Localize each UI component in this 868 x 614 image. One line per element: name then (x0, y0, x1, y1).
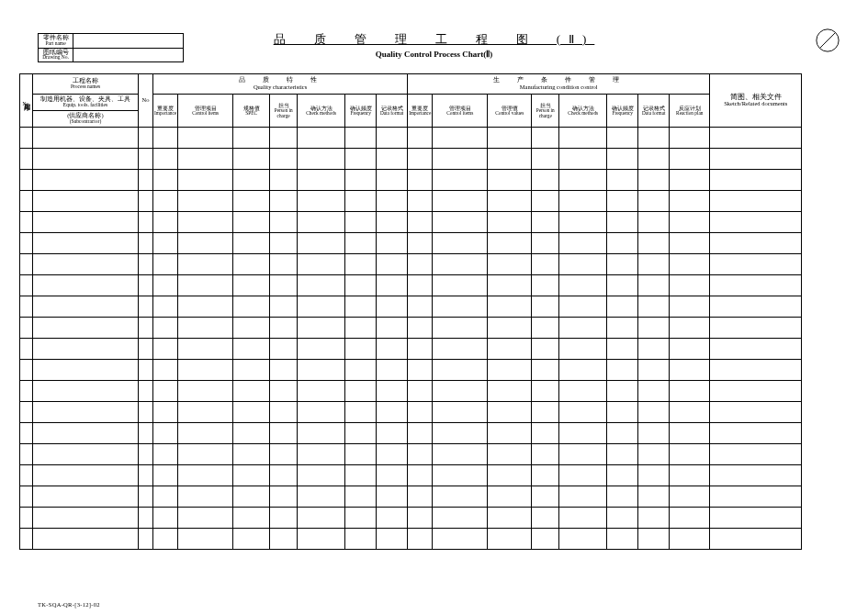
cell (20, 339, 33, 360)
cell (33, 360, 139, 381)
cell (233, 212, 270, 233)
cell (532, 275, 559, 296)
table-row (20, 254, 802, 275)
cell (532, 339, 559, 360)
cell (408, 254, 433, 275)
cell (710, 128, 802, 149)
cell (559, 254, 607, 275)
cell (559, 444, 607, 465)
cell (408, 318, 433, 339)
cell (559, 318, 607, 339)
table-row (20, 233, 802, 254)
cell (178, 423, 233, 444)
cell (488, 170, 532, 191)
cell (433, 423, 488, 444)
cell (153, 149, 178, 170)
cell (270, 444, 298, 465)
cell (298, 381, 345, 402)
cell (607, 296, 638, 318)
cell (178, 339, 233, 360)
cell (670, 212, 710, 233)
cell (33, 465, 139, 486)
cell (270, 191, 298, 212)
cell (670, 486, 710, 508)
cell (377, 149, 408, 170)
cell (638, 508, 670, 529)
cell (33, 318, 139, 339)
col-subcon: (供应商名称) (Subcontractor) (33, 111, 139, 128)
cell (345, 149, 377, 170)
cell (233, 296, 270, 318)
cell (345, 423, 377, 444)
cell (607, 402, 638, 423)
cell (488, 360, 532, 381)
cell (710, 296, 802, 318)
cell (488, 381, 532, 402)
cell (178, 529, 233, 550)
cell (153, 508, 178, 529)
cell (377, 402, 408, 423)
cell (233, 233, 270, 254)
cell (559, 170, 607, 191)
cell (559, 402, 607, 423)
cell (33, 508, 139, 529)
cell (559, 149, 607, 170)
col-qc-person: 担当Person in charge (270, 95, 298, 128)
cell (433, 191, 488, 212)
cell (298, 170, 345, 191)
cell (532, 149, 559, 170)
cell (33, 423, 139, 444)
col-qc-spec: 规格值SPEC (233, 95, 270, 128)
cell (377, 339, 408, 360)
cell (153, 212, 178, 233)
cell (345, 254, 377, 275)
cell (20, 296, 33, 318)
cell (408, 233, 433, 254)
table-row (20, 275, 802, 296)
cell (139, 191, 153, 212)
cell (433, 360, 488, 381)
cell (532, 128, 559, 149)
col-mc-control-items: 管理项目Control items (433, 95, 488, 128)
cell (178, 318, 233, 339)
cell (433, 444, 488, 465)
cell (532, 360, 559, 381)
cell (178, 444, 233, 465)
cell (20, 423, 33, 444)
cell (638, 318, 670, 339)
cell (408, 212, 433, 233)
table-row (20, 423, 802, 444)
cell (153, 402, 178, 423)
cell (433, 508, 488, 529)
cell (233, 423, 270, 444)
cell (607, 170, 638, 191)
cell (408, 170, 433, 191)
cell (298, 465, 345, 486)
cell (710, 149, 802, 170)
cell (345, 360, 377, 381)
cell (488, 149, 532, 170)
cell (33, 149, 139, 170)
cell (670, 149, 710, 170)
cell (607, 318, 638, 339)
col-process: 工程名称 Process names (33, 74, 139, 95)
cell (377, 381, 408, 402)
cell (270, 465, 298, 486)
cell (408, 465, 433, 486)
cell (638, 170, 670, 191)
cell (139, 275, 153, 296)
cell (153, 465, 178, 486)
cell (298, 360, 345, 381)
cell (532, 486, 559, 508)
cell (377, 360, 408, 381)
cell (532, 296, 559, 318)
cell (20, 402, 33, 423)
cell (33, 254, 139, 275)
cell (710, 170, 802, 191)
cell (377, 318, 408, 339)
cell (377, 170, 408, 191)
cell (638, 381, 670, 402)
cell (139, 508, 153, 529)
cell (607, 360, 638, 381)
cell (153, 275, 178, 296)
